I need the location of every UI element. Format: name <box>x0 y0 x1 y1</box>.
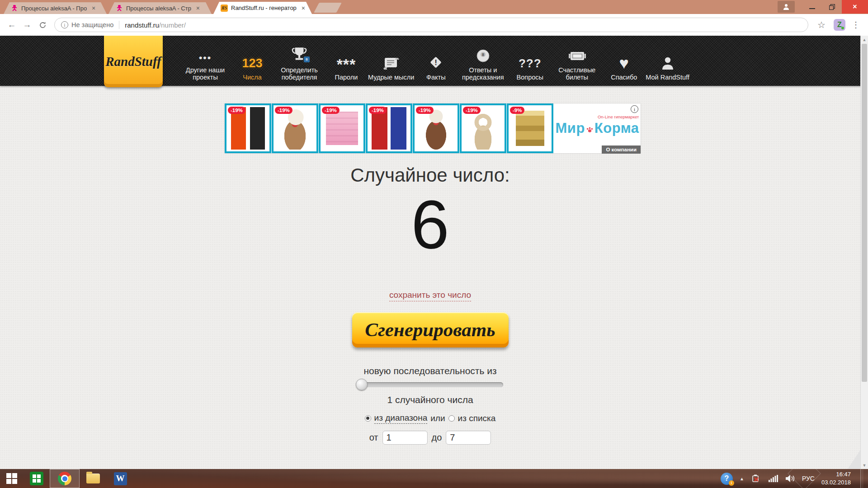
nav-label: Счастливые билеты <box>552 66 602 81</box>
nav-item-facts[interactable]: ! Факты <box>416 50 456 81</box>
eight-ball-icon: 8 <box>476 42 491 63</box>
taskbar-clock[interactable]: 16:47 03.02.2018 <box>821 470 854 486</box>
nav-label: Другие наши проекты <box>180 66 231 81</box>
nav-item-wise-thoughts[interactable]: Мудрые мысли <box>368 50 414 81</box>
forward-icon[interactable]: → <box>21 19 33 31</box>
product-card[interactable]: -19% <box>413 103 459 153</box>
slider-knob[interactable] <box>356 379 368 390</box>
nav-item-my-randstuff[interactable]: Мой RandStuff <box>646 50 689 81</box>
browser-tab-2[interactable]: Процессы aleksaA - Стр × <box>108 2 212 14</box>
browser-tab-1[interactable]: Процессы aleksaA - Про × <box>4 2 107 14</box>
tab-close-icon[interactable]: × <box>194 5 202 12</box>
nav-item-lucky-tickets[interactable]: Счастливые билеты <box>552 42 602 81</box>
browser-profile-button[interactable] <box>778 1 795 13</box>
discount-badge: -9% <box>510 107 524 114</box>
save-number-link[interactable]: сохранить это число <box>389 290 471 301</box>
restore-button[interactable] <box>822 0 842 14</box>
info-icon[interactable]: i <box>61 21 68 28</box>
asterisks-icon: *** <box>337 50 356 70</box>
taskbar-word-button[interactable]: W <box>107 469 134 488</box>
range-radio[interactable] <box>365 415 371 422</box>
nav-item-passwords[interactable]: *** Пароли <box>326 50 366 81</box>
generate-button[interactable]: Сгенерировать <box>352 312 509 347</box>
range-inputs: от до <box>369 431 491 445</box>
bookmark-star-icon[interactable]: ☆ <box>817 19 826 30</box>
svg-text:8: 8 <box>482 52 484 57</box>
hidden-icons-chevron[interactable]: ▲ <box>740 476 744 481</box>
scrollbar-thumb[interactable] <box>862 44 867 382</box>
nav-item-questions[interactable]: ??? Вопросы <box>510 50 550 81</box>
nav-item-answers-predictions[interactable]: 8 Ответы и предсказания <box>458 42 508 81</box>
source-options: из диапазона или из списка <box>365 413 496 424</box>
language-indicator[interactable]: РУС <box>802 475 815 482</box>
taskbar-chrome-button[interactable] <box>50 469 80 488</box>
window-controls: × <box>778 0 868 14</box>
list-option-label[interactable]: из списка <box>458 413 496 423</box>
nav-item-thanks[interactable]: ♥ Спасибо <box>604 50 644 81</box>
nav-item-other-projects[interactable]: ••• Другие наши проекты <box>180 42 231 81</box>
to-input[interactable] <box>446 431 491 445</box>
system-tray: ?i ▲ РУС 16:47 03.02.2018 <box>721 469 868 488</box>
product-card[interactable]: -19% <box>272 103 318 153</box>
discount-badge: -19% <box>416 107 434 114</box>
sequence-prefix-label: новую последовательность из <box>363 366 496 376</box>
show-desktop-button[interactable] <box>860 469 863 488</box>
start-button[interactable] <box>0 469 24 488</box>
product-card[interactable]: -19% <box>225 103 271 153</box>
chrome-icon <box>58 472 71 485</box>
tab-close-icon[interactable]: × <box>300 5 307 12</box>
ellipsis-icon: ••• <box>199 42 212 63</box>
range-option-label[interactable]: из диапазона <box>374 413 428 424</box>
desktop: Процессы aleksaA - Про × Процессы aleksa… <box>0 0 868 488</box>
taskbar-explorer-button[interactable] <box>80 469 107 488</box>
to-label: до <box>432 432 442 443</box>
vertical-scrollbar[interactable]: ▲ ▼ <box>860 36 868 469</box>
randstuff-logo[interactable]: RandStuff <box>104 36 163 87</box>
advertiser-brand-card[interactable]: i Мир Корма On-Line гипермаркет О компан… <box>554 103 641 153</box>
url-path[interactable]: /number/ <box>159 21 186 29</box>
minimize-button[interactable] <box>802 0 822 14</box>
list-radio[interactable] <box>448 415 455 422</box>
about-company-label[interactable]: О компании <box>602 145 641 154</box>
browser-tab-active[interactable]: ЯS RandStuff.ru - генератор × <box>213 2 312 14</box>
nav-label: Пароли <box>335 74 358 81</box>
numbers-123-icon: 123 <box>242 50 262 70</box>
security-label: Не защищено <box>71 21 113 28</box>
browser-menu-icon[interactable]: ⋮ <box>852 20 860 30</box>
product-card[interactable]: -19% <box>460 103 506 153</box>
from-input[interactable] <box>382 431 428 445</box>
url-domain[interactable]: randstuff.ru <box>125 21 159 29</box>
brand-word: Корма <box>594 120 639 136</box>
store-icon <box>30 472 43 485</box>
network-signal-icon[interactable] <box>769 475 778 482</box>
volume-icon[interactable] <box>785 474 795 483</box>
nav-item-numbers[interactable]: 123 Числа <box>232 50 272 81</box>
new-tab-button[interactable] <box>314 3 342 13</box>
nav-label: Числа <box>243 74 262 81</box>
person-star-favicon <box>116 5 123 12</box>
tab-close-icon[interactable]: × <box>90 5 97 12</box>
battery-icon[interactable] <box>751 474 762 483</box>
close-button[interactable]: × <box>842 0 868 14</box>
site-navbar: RandStuff ••• Другие наши проекты 123 Чи… <box>0 36 868 86</box>
back-icon[interactable]: ← <box>5 19 18 31</box>
address-bar[interactable]: i Не защищено randstuff.ru /number/ <box>54 18 808 32</box>
ad-banner[interactable]: -19% -19% -19% -19% -19% -19% <box>225 103 641 153</box>
product-card[interactable]: -19% <box>366 103 412 153</box>
folder-icon <box>86 474 100 483</box>
ad-info-icon[interactable]: i <box>631 105 638 113</box>
scroll-down-icon[interactable]: ▼ <box>861 461 868 469</box>
nav-item-pick-winner[interactable]: в Определить победителя <box>274 42 325 81</box>
count-slider[interactable] <box>358 382 503 387</box>
discount-badge: -19% <box>463 107 481 114</box>
or-label: или <box>430 413 445 423</box>
page-title: Случайное число: <box>350 164 509 186</box>
help-tray-icon[interactable]: ?i <box>721 473 733 485</box>
scroll-up-icon[interactable]: ▲ <box>861 36 868 43</box>
brand-tagline: On-Line гипермаркет <box>598 114 639 119</box>
extension-icon[interactable]: Z <box>834 19 845 31</box>
taskbar-store-button[interactable] <box>24 469 50 488</box>
product-card[interactable]: -19% <box>319 103 365 153</box>
reload-icon[interactable] <box>36 19 49 31</box>
product-card[interactable]: -9% <box>507 103 553 153</box>
